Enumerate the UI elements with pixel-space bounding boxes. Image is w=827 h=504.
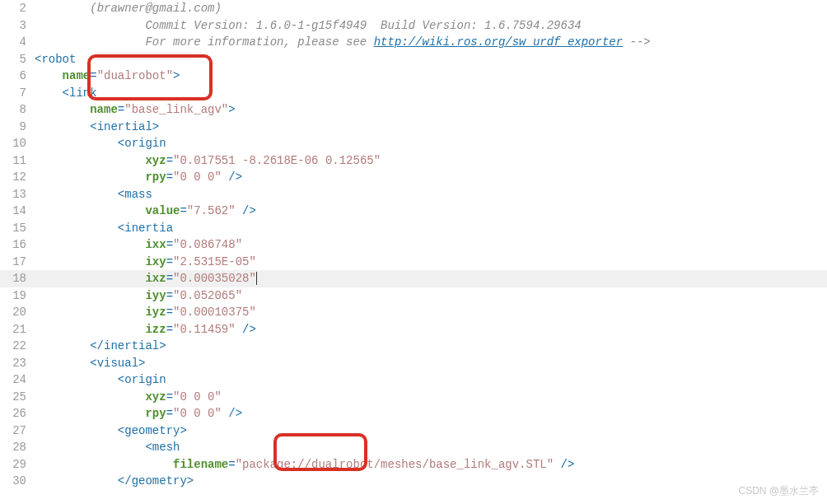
code-content[interactable]: name="base_link_agv"> xyxy=(35,101,827,119)
code-line[interactable]: 21 izz="0.11459" /> xyxy=(0,321,827,338)
code-line[interactable]: 7 <link xyxy=(0,85,827,102)
token: brawner@gmail.com xyxy=(97,2,215,15)
code-line[interactable]: 16 ixx="0.086748" xyxy=(0,236,827,254)
token: = xyxy=(166,154,173,167)
code-line[interactable]: 30 </geometry> xyxy=(0,473,827,490)
line-number: 21 xyxy=(0,321,35,338)
code-content[interactable]: ixz="0.00035028" xyxy=(35,270,827,287)
token: "dualrobot" xyxy=(97,69,173,82)
line-number: 9 xyxy=(0,119,35,136)
code-content[interactable]: <mesh xyxy=(35,439,827,456)
token: > xyxy=(152,120,159,133)
line-number: 30 xyxy=(0,473,35,490)
code-line[interactable]: 29 filename="package://dualrobot/meshes/… xyxy=(0,456,827,474)
code-line[interactable]: 20 iyz="0.00010375" xyxy=(0,304,827,321)
code-content[interactable]: iyz="0.00010375" xyxy=(35,304,827,321)
code-content[interactable]: rpy="0 0 0" /> xyxy=(35,405,827,422)
code-content[interactable]: ixy="2.5315E-05" xyxy=(35,254,827,271)
token: name xyxy=(63,69,91,82)
code-content[interactable]: filename="package://dualrobot/meshes/bas… xyxy=(35,456,827,474)
code-content[interactable]: izz="0.11459" /> xyxy=(35,321,827,338)
code-content[interactable]: ixx="0.086748" xyxy=(35,236,827,254)
code-line[interactable]: 4 For more information, please see http:… xyxy=(0,34,827,51)
code-line[interactable]: 5<robot xyxy=(0,51,827,68)
token: > xyxy=(159,339,166,352)
code-line[interactable]: 2 (brawner@gmail.com) xyxy=(0,0,827,17)
token: xyz xyxy=(145,390,166,404)
code-line[interactable]: 10 <origin xyxy=(0,135,827,152)
line-number: 26 xyxy=(0,405,35,422)
code-content[interactable]: <geometry> xyxy=(35,422,827,440)
line-number: 29 xyxy=(0,456,35,474)
token: "0.017551 -8.2618E-06 0.12565" xyxy=(173,154,381,167)
code-line[interactable]: 13 <mass xyxy=(0,186,827,203)
token: /> xyxy=(222,407,242,420)
code-line[interactable]: 3 Commit Version: 1.6.0-1-g15f4949 Build… xyxy=(0,17,827,35)
code-content[interactable]: xyz="0.017551 -8.2618E-06 0.12565" xyxy=(35,152,827,170)
token: </ xyxy=(90,339,104,352)
token: = xyxy=(228,458,235,471)
code-content[interactable]: rpy="0 0 0" /> xyxy=(35,169,827,186)
code-line[interactable]: 11 xyz="0.017551 -8.2618E-06 0.12565" xyxy=(0,152,827,170)
token: < xyxy=(118,424,124,437)
code-line[interactable]: 9 <inertial> xyxy=(0,119,827,136)
line-number: 12 xyxy=(0,169,35,186)
token: ixz xyxy=(145,272,166,285)
code-content[interactable]: Commit Version: 1.6.0-1-g15f4949 Build V… xyxy=(35,17,827,35)
code-line[interactable]: 6 name="dualrobot"> xyxy=(0,68,827,85)
code-content[interactable]: <mass xyxy=(35,186,827,203)
code-content[interactable]: </inertial> xyxy=(35,338,827,355)
code-content[interactable]: (brawner@gmail.com) xyxy=(35,0,827,17)
line-number: 15 xyxy=(0,220,35,237)
code-content[interactable]: <robot xyxy=(35,51,827,68)
code-content[interactable]: For more information, please see http://… xyxy=(35,34,827,51)
token: < xyxy=(118,137,124,150)
code-content[interactable]: iyy="0.052065" xyxy=(35,287,827,305)
code-line[interactable]: 24 <origin xyxy=(0,371,827,389)
token: > xyxy=(180,424,186,437)
token: ( xyxy=(90,2,96,15)
code-content[interactable]: value="7.562" /> xyxy=(35,203,827,220)
code-content[interactable]: </geometry> xyxy=(35,473,827,490)
code-line[interactable]: 15 <inertia xyxy=(0,220,827,237)
code-line[interactable]: 14 value="7.562" /> xyxy=(0,203,827,220)
code-line[interactable]: 25 xyz="0 0 0" xyxy=(0,389,827,406)
code-line[interactable]: 27 <geometry> xyxy=(0,422,827,440)
line-number: 27 xyxy=(0,422,35,440)
code-editor[interactable]: 2 (brawner@gmail.com)3 Commit Version: 1… xyxy=(0,0,827,490)
code-content[interactable]: name="dualrobot"> xyxy=(35,68,827,85)
token: = xyxy=(90,69,96,82)
code-content[interactable]: <inertia xyxy=(35,220,827,237)
code-line[interactable]: 23 <visual> xyxy=(0,355,827,372)
code-line[interactable]: 22 </inertial> xyxy=(0,338,827,355)
code-line[interactable]: 28 <mesh xyxy=(0,439,827,456)
token: > xyxy=(173,69,180,82)
token: "0 0 0" xyxy=(173,390,222,404)
token: > xyxy=(138,357,145,370)
token: inertial xyxy=(97,120,152,133)
code-content[interactable]: <inertial> xyxy=(35,119,827,136)
token: </ xyxy=(118,474,132,488)
code-line[interactable]: 26 rpy="0 0 0" /> xyxy=(0,405,827,422)
token: rpy xyxy=(145,407,166,420)
watermark: CSDN @墨水兰亭 xyxy=(738,483,819,500)
code-content[interactable]: xyz="0 0 0" xyxy=(35,389,827,406)
line-number: 5 xyxy=(0,51,35,68)
line-number: 7 xyxy=(0,85,35,102)
code-line[interactable]: 17 ixy="2.5315E-05" xyxy=(0,254,827,271)
token: value xyxy=(145,204,180,217)
token: --> xyxy=(623,35,651,49)
code-line[interactable]: 19 iyy="0.052065" xyxy=(0,287,827,305)
code-content[interactable]: <visual> xyxy=(35,355,827,372)
line-number: 25 xyxy=(0,389,35,406)
token: "0.086748" xyxy=(173,238,242,251)
code-line[interactable]: 8 name="base_link_agv"> xyxy=(0,101,827,119)
line-number: 10 xyxy=(0,135,35,152)
code-content[interactable]: <origin xyxy=(35,371,827,389)
code-line[interactable]: 12 rpy="0 0 0" /> xyxy=(0,169,827,186)
code-content[interactable]: <origin xyxy=(35,135,827,152)
token: = xyxy=(166,306,173,319)
code-content[interactable]: <link xyxy=(35,85,827,102)
code-line[interactable]: 18 ixz="0.00035028" xyxy=(0,270,827,287)
line-number: 19 xyxy=(0,287,35,305)
